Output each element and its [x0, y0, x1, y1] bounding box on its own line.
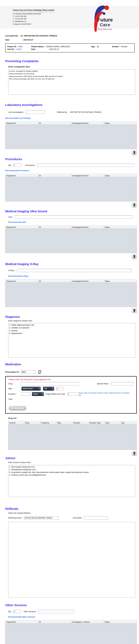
uss-input[interactable] [15, 216, 133, 219]
drug-col-id: Drug ID [8, 421, 24, 425]
section-heading-referrals: Refferals [5, 507, 139, 510]
age-label: Age : [91, 46, 96, 48]
diagnosis-sublabel: Enter Diagnosis Details Here [8, 320, 139, 322]
company-info: Future Care by Future Holdings (Pty) Lim… [13, 9, 54, 26]
special-notes-label: Special Notes : [97, 383, 110, 385]
recommended-other-services-link[interactable]: Recommended Other Services [8, 616, 35, 618]
diagnosis-textarea[interactable]: 1. Newly diagnosed type 2 dm 2. Cellulit… [8, 323, 135, 358]
visit-date-label: Date [31, 48, 48, 50]
consulting-doctor: Dr. ORITSETSETOS RAPHAEL PINNICK [21, 35, 57, 37]
patient-name-label: Patient Name : [31, 46, 45, 48]
other-services-input[interactable] [38, 610, 74, 613]
xray-table-body[interactable] [5, 283, 137, 307]
procedures-qty-input[interactable] [13, 164, 21, 167]
plus-icon: + [10, 407, 13, 410]
drug-list-table: Drug ID Drug Fequency Way Duration Durat… [8, 421, 137, 450]
prescription-id-input[interactable] [21, 370, 35, 374]
lab-col-investigation: Investigation/Service [71, 122, 104, 125]
xray-col-status: Status [104, 280, 137, 283]
lab-col-id: ID [38, 122, 71, 125]
procedures-delete-button[interactable] [132, 202, 137, 208]
duration-type-dropdown[interactable]: Day/s ▼ [32, 392, 44, 396]
trash-icon [133, 255, 136, 258]
lab-investigation-label: Lab Investingation : [8, 111, 24, 113]
referred-by-label: Reffered By : [57, 111, 68, 113]
other-qty-input[interactable] [13, 610, 21, 613]
drug-col-note: Note [104, 421, 120, 425]
total-row: Total : [8, 398, 134, 400]
report-date-row: Date : 2024-05-27 [5, 39, 139, 41]
advice-textarea[interactable]: 1. Tab Fesolate 200mg bd x1/12 2. Tab Me… [8, 465, 135, 497]
drug-list-delete-button[interactable] [132, 451, 137, 456]
duration-input[interactable] [22, 392, 30, 396]
recommended-xrays-link[interactable]: Recommended X-Rays [8, 275, 28, 277]
drug-col-way: Way [56, 421, 72, 425]
consultant-input[interactable] [84, 516, 108, 520]
recommended-procedures-link[interactable]: Recommended Procedures [5, 170, 30, 172]
duration-type-value: Day/s [32, 393, 41, 395]
recommended-uss-link[interactable]: Recommended USS [8, 221, 26, 223]
company-number: Company No.8417652-2 [13, 23, 54, 26]
recommended-lab-testings-link[interactable]: Recommended Lab Testings [5, 117, 30, 119]
xray-delete-button[interactable] [132, 308, 137, 313]
consultant-label: Consultant [73, 517, 82, 519]
referrals-sublabel: Select the needed Refferal [8, 512, 139, 514]
procedures-label: Procedures : [25, 164, 36, 166]
drug-col-frequency: Fequency [40, 421, 56, 425]
procedures-qty-label: Qty : [8, 164, 12, 166]
trash-icon [133, 151, 136, 154]
frequency-dropdown[interactable]: OD ▼ [43, 387, 54, 390]
procedures-col-investigation: Investigation/Service [71, 174, 104, 178]
procedures-col-status: Status [104, 174, 137, 178]
way-qty-input[interactable] [56, 387, 63, 390]
duration-row: Duration : Day/s ▼ Drugs/Tablets per mea… [8, 392, 134, 396]
other-services-input-row: Qty : Other Services : [8, 610, 139, 613]
section-heading-xray: Medical Imaging X-Ray [5, 262, 139, 266]
company-title: Future Care by Future Holdings (Pty) Lim… [13, 9, 54, 12]
lab-table-body[interactable] [5, 125, 137, 149]
other-services-table-body[interactable] [5, 624, 137, 644]
referred-by-value: ORITSETSETOS RAPHAEL PINNICK [70, 111, 102, 113]
patient-id-label: Patient ID : [7, 46, 18, 48]
meal-time-dropdown[interactable]: Before Meal ▼ [22, 387, 41, 390]
drug-input[interactable] [21, 382, 79, 385]
way-label: Way : [8, 388, 22, 390]
procedures-table-body[interactable] [5, 178, 137, 202]
lab-investigation-input[interactable] [26, 110, 45, 114]
report-date: : 2024-05-27 [22, 39, 33, 41]
uss-col-id: ID [38, 226, 71, 229]
drug-list-label: Drug List [8, 417, 139, 419]
lab-col-status: Status [104, 122, 137, 125]
xray-table: Department ID Investigation/Service Stat… [5, 280, 137, 307]
special-notes-input[interactable] [111, 382, 134, 385]
add-drug-button[interactable]: + Add Drug [9, 406, 26, 410]
complaints-textarea[interactable]: pt seen, managed for Gluteal cellulitis.… [8, 69, 135, 95]
logo-tagline: Body Mind Soul [98, 28, 112, 30]
clinic-header: Future Care by Future Holdings (Pty) Lim… [0, 6, 139, 28]
uss-table-body[interactable] [5, 229, 137, 253]
procedures-input[interactable] [37, 164, 134, 167]
trash-icon [133, 452, 136, 455]
visit-id-value: 13150 [16, 48, 21, 50]
section-heading-presenting-complaints: Presenting Complaints [5, 59, 139, 63]
chevron-down-icon: ▼ [51, 387, 54, 390]
per-meal-input[interactable] [68, 392, 76, 396]
section-heading-medication: Medication [5, 362, 139, 366]
lab-delete-button[interactable] [132, 150, 137, 155]
drug-col-qty: Qty [120, 421, 137, 425]
decimal-note: Please add as decimal numbers when addin… [78, 392, 134, 396]
section-heading-advice: Advice [5, 456, 139, 460]
consultation-report-page: Future Care by Future Holdings (Pty) Lim… [0, 0, 139, 644]
referring-doctor-input[interactable] [24, 516, 58, 520]
company-email: E: jude@future.sc [13, 20, 54, 23]
referral-list-box[interactable] [8, 522, 135, 598]
uss-delete-button[interactable] [132, 254, 137, 259]
chevron-down-icon: ▼ [38, 387, 40, 390]
xray-input[interactable] [17, 269, 132, 272]
refresh-prescription-button[interactable] [38, 370, 42, 374]
xray-col-id: ID [38, 280, 71, 283]
refresh-icon [38, 370, 42, 374]
drug-list-body[interactable] [8, 425, 137, 450]
trash-icon [133, 203, 136, 206]
lab-investigation-row: Lab Investingation : Reffered By : ORITS… [8, 110, 139, 114]
